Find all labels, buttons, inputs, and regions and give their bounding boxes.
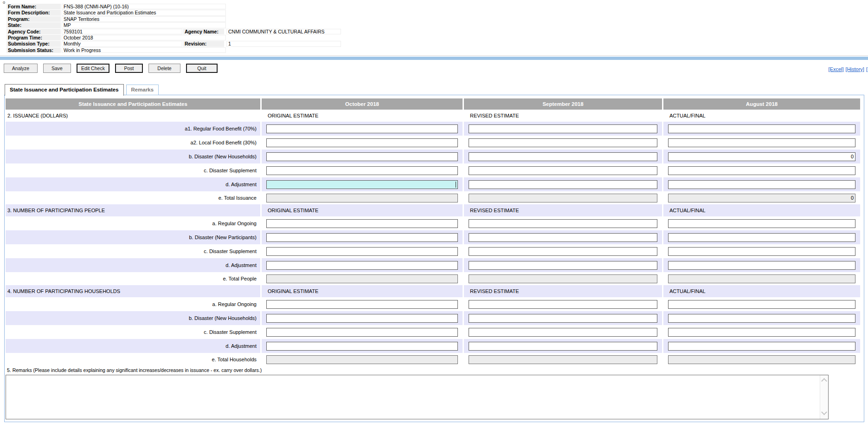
estimate-field[interactable] (668, 328, 855, 337)
analyze-button[interactable]: Analyze (4, 64, 38, 73)
excel-link[interactable]: [Excel] (829, 66, 844, 72)
form-field-label: Submission Status: (6, 47, 61, 53)
estimate-field[interactable] (266, 180, 458, 189)
estimate-field[interactable] (668, 261, 855, 270)
total-field[interactable] (266, 274, 458, 283)
estimate-field[interactable] (668, 219, 855, 228)
section-title: 3. NUMBER OF PARTICIPATING PEOPLE (6, 204, 260, 216)
grid-cell (464, 244, 662, 258)
estimate-field[interactable] (266, 219, 458, 228)
form-field-row: Agency Code:7593101Agency Name:CNMI COMM… (6, 29, 341, 35)
estimate-field[interactable] (469, 180, 657, 189)
form-field-row: Program:SNAP Territories (6, 16, 341, 22)
estimate-field[interactable] (469, 328, 657, 337)
estimate-field[interactable] (469, 261, 657, 270)
scrollbar[interactable] (820, 375, 828, 419)
estimate-field[interactable] (266, 152, 458, 161)
estimate-field[interactable] (469, 300, 657, 309)
grid-cell (663, 339, 860, 353)
estimate-field[interactable] (266, 138, 458, 147)
tab-state-issuance[interactable]: State Issuance and Participation Estimat… (5, 84, 124, 96)
save-button[interactable]: Save (43, 64, 71, 73)
grid-cell (464, 177, 662, 191)
grid-cell (663, 122, 860, 136)
input-wrap (469, 152, 657, 161)
form-field-row: Submission Status:Work in Progress (6, 47, 341, 53)
input-wrap (469, 194, 657, 202)
estimate-field[interactable] (266, 166, 458, 175)
input-wrap (266, 314, 458, 323)
row-label: e. Total Households (6, 353, 260, 366)
estimate-field[interactable] (266, 314, 458, 323)
estimate-field[interactable] (668, 247, 855, 256)
estimate-field[interactable] (469, 166, 657, 175)
grid-cell (464, 311, 662, 325)
grid-cell (262, 339, 463, 353)
estimate-field[interactable] (469, 138, 657, 147)
tab-remarks[interactable]: Remarks (126, 85, 159, 95)
total-field[interactable] (469, 355, 657, 364)
estimate-field[interactable] (668, 300, 855, 309)
form-field-label: Revision: (183, 41, 224, 46)
history-link[interactable]: [History] (846, 66, 864, 72)
estimate-field[interactable] (469, 314, 657, 323)
delete-button[interactable]: Delete (148, 64, 180, 73)
estimate-field[interactable] (469, 219, 657, 228)
estimate-field[interactable] (266, 300, 458, 309)
estimate-field[interactable] (668, 233, 855, 242)
estimate-field[interactable] (266, 342, 458, 351)
estimate-field[interactable] (668, 342, 855, 351)
input-wrap (469, 274, 657, 283)
input-wrap (668, 342, 855, 351)
total-field[interactable] (266, 194, 458, 202)
estimate-field[interactable] (266, 247, 458, 256)
scroll-up-icon[interactable] (821, 378, 827, 384)
clipped-link[interactable]: [ (866, 66, 868, 72)
data-row: d. Adjustment (6, 258, 860, 272)
estimate-field[interactable] (469, 124, 657, 133)
total-field[interactable] (469, 274, 657, 283)
row-label: a. Regular Ongoing (6, 297, 260, 311)
estimate-field[interactable] (266, 124, 458, 133)
estimate-field[interactable] (469, 342, 657, 351)
estimate-type-label: ORIGINAL ESTIMATE (262, 204, 463, 216)
total-field[interactable] (668, 274, 855, 283)
grid-cell (464, 339, 662, 353)
total-field[interactable] (668, 355, 855, 364)
data-row: e. Total Households (6, 353, 860, 366)
grid-cell (663, 311, 860, 325)
row-label: a1. Regular Food Benefit (70%) (6, 122, 260, 136)
estimate-field[interactable] (266, 261, 458, 270)
total-field[interactable] (266, 355, 458, 364)
total-field[interactable] (668, 194, 855, 202)
estimate-field[interactable] (668, 124, 855, 133)
grid-cell (464, 122, 662, 136)
estimate-field[interactable] (668, 180, 855, 189)
estimate-field[interactable] (469, 233, 657, 242)
estimate-field[interactable] (266, 328, 458, 337)
post-button[interactable]: Post (115, 64, 143, 73)
estimate-field[interactable] (668, 138, 855, 147)
estimate-field[interactable] (469, 152, 657, 161)
row-label: b. Disaster (New Households) (6, 311, 260, 325)
estimate-field[interactable] (266, 233, 458, 242)
estimate-field[interactable] (668, 166, 855, 175)
estimate-field[interactable] (469, 247, 657, 256)
input-wrap (266, 247, 458, 256)
estimate-field[interactable] (668, 152, 855, 161)
data-row: b. Disaster (New Participants) (6, 230, 860, 244)
row-label: d. Adjustment (6, 177, 260, 191)
estimate-type-label: REVISED ESTIMATE (464, 110, 662, 122)
form-field-row: Form Description:State Issuance and Part… (6, 10, 341, 16)
quit-button[interactable]: Quit (186, 64, 218, 73)
section-header-row: 2. ISSUANCE (DOLLARS)ORIGINAL ESTIMATERE… (6, 110, 860, 122)
estimate-field[interactable] (668, 314, 855, 323)
input-wrap (469, 166, 657, 175)
form-field-label: Submission Type: (6, 41, 61, 46)
remarks-textarea[interactable] (6, 375, 820, 419)
edit-check-button[interactable]: Edit Check (77, 64, 109, 73)
grid-cell (464, 258, 662, 272)
scroll-down-icon[interactable] (821, 409, 827, 415)
form-field-value: CNMI COMMUNITY & CULTURAL AFFAIRS (226, 29, 341, 34)
total-field[interactable] (469, 194, 657, 202)
